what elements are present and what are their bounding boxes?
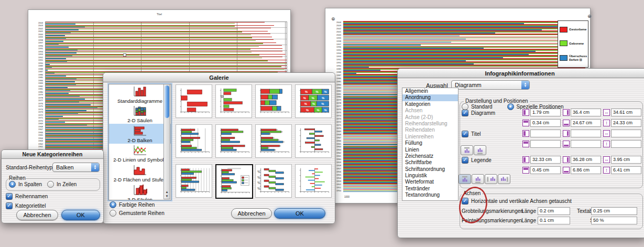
auswahl-popup[interactable]: Diagramm ▲▼ bbox=[451, 80, 530, 90]
gallery-category-2[interactable]: 2-D Balken bbox=[109, 124, 171, 144]
info-list-item-14[interactable]: Werteformat bbox=[402, 179, 458, 185]
gallery-thumb-balken-einfarbig[interactable] bbox=[176, 84, 212, 118]
diagramm-position-field[interactable]: 0.34 cm bbox=[530, 119, 561, 127]
gallery-thumb-balken-gruppiert-werte[interactable] bbox=[255, 124, 292, 158]
diagramm-checkbox[interactable] bbox=[462, 110, 468, 116]
legende-position-field[interactable]: 6.41 cm bbox=[611, 166, 641, 174]
orientation-radio[interactable] bbox=[9, 181, 16, 188]
titel-position-field[interactable] bbox=[571, 130, 601, 137]
gallery-thumb-balken-gruppiert-gitter[interactable] bbox=[176, 124, 212, 158]
legende-position-field[interactable]: 3.95 cm bbox=[611, 156, 641, 164]
reihentyp-popup[interactable]: Balken ▲▼ bbox=[52, 163, 100, 172]
diagramm-position-field[interactable]: 24.33 cm bbox=[611, 119, 641, 127]
info-list-item-9[interactable]: Linien bbox=[402, 147, 458, 153]
legend-left-button[interactable] bbox=[485, 174, 497, 184]
anchor-marker-icon[interactable]: ⊕ bbox=[331, 17, 335, 22]
gallery-category-3[interactable]: 2-D Linien und Symbole bbox=[109, 144, 171, 164]
svg-text:%: % bbox=[257, 170, 260, 174]
gallery-thumb-balken-gruppiert-legende[interactable] bbox=[215, 164, 253, 199]
gallery-category-4[interactable]: 2-D Flächen und Stufen bbox=[109, 163, 171, 183]
legende-position-field[interactable]: 0.45 cm bbox=[530, 166, 561, 174]
titel-position-field[interactable] bbox=[611, 130, 641, 137]
scrollbar-thumb[interactable] bbox=[165, 85, 169, 118]
second-field[interactable]: 0.25 cm bbox=[591, 207, 637, 215]
infographik-dialog[interactable]: Infographikinformationen Auswahl Diagram… bbox=[397, 68, 644, 238]
titel-checkbox[interactable] bbox=[462, 131, 468, 137]
series-mode-0-radio[interactable] bbox=[110, 201, 116, 208]
titel-position-field[interactable] bbox=[530, 140, 561, 148]
legende-position-field[interactable]: 32.33 cm bbox=[530, 156, 561, 164]
legend-right-button[interactable] bbox=[498, 174, 510, 184]
title-bottom-button[interactable] bbox=[474, 145, 486, 155]
info-list-item-10[interactable]: Zeichensatz bbox=[402, 153, 458, 159]
gallery-thumb-balken-prozent-reihen[interactable]: %%%% bbox=[255, 164, 292, 198]
legende-checkbox[interactable] bbox=[462, 157, 468, 164]
info-list-item-12[interactable]: Schriftanordnung bbox=[402, 166, 458, 173]
info-category-list[interactable]: AllgemeinAnordnungKategorienAchsenAchse … bbox=[402, 88, 459, 201]
gallery-category-label: 2-D Linien und Symbole bbox=[113, 157, 166, 163]
neue-titlebar[interactable]: Neue Kategorienreihen bbox=[2, 150, 103, 159]
legende-position-field[interactable]: 6.86 cm bbox=[571, 166, 601, 174]
info-titlebar[interactable]: Infographikinformationen bbox=[398, 69, 644, 78]
info-list-item-13[interactable]: Linguistik bbox=[402, 173, 458, 179]
neue-checkbox[interactable] bbox=[6, 202, 13, 209]
second-field[interactable]: 50 % bbox=[591, 217, 637, 224]
neue-kategorienreihen-dialog[interactable]: Neue Kategorienreihen Standard-Reihentyp… bbox=[1, 149, 104, 223]
chart-type-list[interactable]: Standarddiagramme2-D Säulen2-D Balken2-D… bbox=[108, 84, 171, 200]
neue-checkbox[interactable] bbox=[6, 193, 13, 200]
scroll-down-icon[interactable]: ▼ bbox=[164, 194, 170, 198]
info-list-item-11[interactable]: Schriftfarbe bbox=[402, 159, 458, 166]
gallery-thumb-balken-zweiseitig[interactable] bbox=[295, 124, 332, 158]
gallery-scrollbar[interactable]: ▲ ▼ bbox=[163, 84, 170, 199]
ok-button[interactable]: OK bbox=[61, 210, 100, 220]
titel-position-field[interactable] bbox=[611, 140, 641, 148]
cancel-button[interactable]: Abbrechen bbox=[231, 208, 272, 219]
legend-bottom-button[interactable] bbox=[472, 174, 484, 184]
info-list-item-5: Reihendarstellung bbox=[402, 121, 458, 127]
mode-radio[interactable] bbox=[507, 103, 514, 110]
diagramm-position-field[interactable]: 1.79 cm bbox=[530, 109, 561, 116]
gallery-thumb-balken-gruppiert-feingitter[interactable] bbox=[176, 164, 212, 198]
legend-entry: Gestorbene bbox=[560, 27, 586, 33]
edge-v-icon: ↕ bbox=[603, 120, 610, 126]
orientation-radio[interactable] bbox=[47, 181, 54, 188]
anchor-marker-icon[interactable]: ⊕ bbox=[587, 14, 592, 19]
info-list-item-15[interactable]: Textränder bbox=[402, 186, 458, 192]
info-list-item-8[interactable]: Füllung bbox=[402, 140, 458, 146]
diagramm-position-field[interactable]: 34.61 cm bbox=[611, 109, 641, 116]
chart-bar bbox=[46, 69, 285, 70]
columns-3d-icon bbox=[132, 184, 148, 197]
ok-button[interactable]: OK bbox=[274, 208, 325, 219]
legende-position-field[interactable]: 36.28 cm bbox=[571, 156, 601, 164]
info-list-item-0[interactable]: Allgemein bbox=[402, 88, 458, 94]
info-list-item-16[interactable]: Textanordnung bbox=[402, 192, 458, 198]
titel-position-field[interactable] bbox=[530, 130, 561, 137]
gallery-thumb-balken-gestapelt[interactable] bbox=[255, 84, 292, 118]
chart-legend[interactable]: GestorbeneGeboreneÜberschussDefizit ⊟ bbox=[558, 20, 588, 68]
cancel-button[interactable]: Abbrechen bbox=[16, 210, 58, 220]
info-list-item-2[interactable]: Kategorien bbox=[402, 101, 458, 108]
gallery-thumb-balken-nadeln[interactable] bbox=[295, 164, 332, 198]
galerie-titlebar[interactable]: Galerie bbox=[103, 73, 335, 82]
title-top-button[interactable] bbox=[461, 145, 473, 155]
selection-handle-icon[interactable] bbox=[123, 53, 126, 57]
scroll-up-icon[interactable]: ▲ bbox=[164, 190, 170, 194]
laenge-field[interactable]: 0.1 cm bbox=[538, 217, 570, 224]
gallery-category-0[interactable]: Standarddiagramme bbox=[109, 84, 171, 104]
popup-stepper-icon: ▲▼ bbox=[91, 163, 99, 171]
gallery-category-5[interactable]: 3-D Säulen bbox=[109, 183, 171, 200]
gallery-thumb-balken-zwei-reihen[interactable] bbox=[215, 84, 252, 118]
diagramm-position-field[interactable]: 24.67 cm bbox=[571, 119, 601, 127]
gallery-thumb-balken-gruppiert[interactable] bbox=[215, 124, 252, 158]
galerie-dialog[interactable]: Galerie Standarddiagramme2-D Säulen2-D B… bbox=[103, 72, 335, 224]
laenge-field[interactable]: 0.2 cm bbox=[538, 207, 570, 215]
gallery-thumb-balken-gestapelt-prozent[interactable]: %%%%%%%%%%%% bbox=[295, 84, 332, 118]
gallery-category-1[interactable]: 2-D Säulen bbox=[109, 104, 171, 124]
titel-position-field[interactable] bbox=[571, 140, 601, 148]
info-list-item-1[interactable]: Anordnung bbox=[402, 94, 458, 101]
diagramm-position-field[interactable]: 36.4 cm bbox=[571, 109, 601, 116]
area-chart-icon bbox=[132, 164, 148, 177]
series-mode-1-radio[interactable] bbox=[110, 210, 116, 217]
legend-top-button[interactable] bbox=[459, 174, 471, 184]
edge-l-icon bbox=[522, 109, 529, 116]
